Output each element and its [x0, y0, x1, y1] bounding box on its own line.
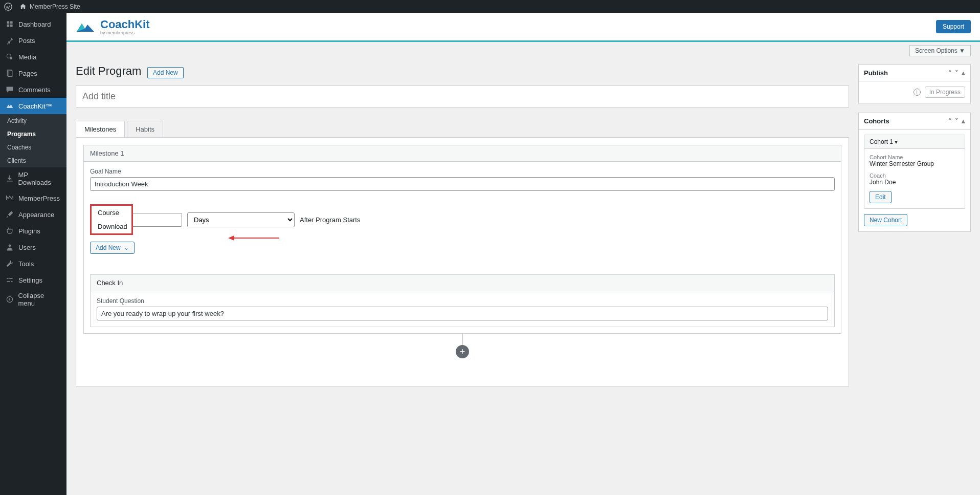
user-icon — [5, 243, 14, 252]
menu-label: Dashboard — [18, 20, 51, 28]
goal-name-label: Goal Name — [90, 168, 835, 175]
submenu-programs[interactable]: Programs — [0, 127, 66, 141]
menu-item-collapse[interactable]: Collapse menu — [0, 288, 66, 311]
comment-icon — [5, 85, 14, 94]
add-milestone-button[interactable]: + — [456, 345, 469, 358]
add-new-content-button[interactable]: Add New ⌄ — [90, 242, 135, 254]
svg-rect-3 — [8, 71, 12, 76]
chevron-down-icon[interactable]: ˅ — [955, 69, 959, 77]
menu-item-coachkit[interactable]: CoachKit™ — [0, 98, 66, 114]
milestone-heading: Milestone 1 — [84, 145, 841, 162]
download-icon — [5, 174, 14, 183]
student-question-input[interactable] — [97, 307, 828, 320]
chevron-up-icon[interactable]: ˄ — [948, 69, 952, 77]
chevron-down-icon[interactable]: ˅ — [955, 117, 959, 125]
dropdown-option-course[interactable]: Course — [92, 206, 131, 220]
submenu-coaches[interactable]: Coaches — [0, 141, 66, 154]
media-icon — [5, 52, 14, 61]
plugin-icon — [5, 226, 14, 235]
collapse-icon — [5, 295, 14, 304]
brand-name: CoachKit — [100, 18, 150, 31]
menu-label: Posts — [18, 37, 35, 45]
info-icon[interactable]: i — [914, 89, 921, 96]
menu-item-pages[interactable]: Pages — [0, 65, 66, 81]
pin-icon — [5, 36, 14, 45]
menu-label: Users — [18, 244, 36, 251]
plus-icon: + — [460, 347, 465, 357]
site-link[interactable]: MemberPress Site — [19, 3, 80, 10]
menu-label: Appearance — [18, 211, 54, 219]
tab-habits[interactable]: Habits — [127, 121, 163, 137]
screen-options-button[interactable]: Screen Options ▼ — [909, 45, 971, 56]
page-title: Edit Program — [76, 64, 141, 78]
submenu-clients[interactable]: Clients — [0, 154, 66, 167]
menu-item-comments[interactable]: Comments — [0, 81, 66, 98]
menu-item-settings[interactable]: Settings — [0, 272, 66, 288]
publish-title: Publish — [864, 69, 888, 77]
tab-milestones[interactable]: Milestones — [76, 121, 125, 137]
add-new-label: Add New — [96, 244, 121, 251]
menu-item-memberpress[interactable]: MemberPress — [0, 190, 66, 206]
menu-item-users[interactable]: Users — [0, 239, 66, 255]
after-program-text: After Program Starts — [300, 216, 360, 224]
menu-label: Settings — [18, 276, 42, 284]
menu-label: Collapse menu — [18, 292, 61, 307]
menu-label: Plugins — [18, 227, 40, 235]
checkin-box: Check In Student Question — [90, 274, 835, 327]
coachkit-submenu: Activity Programs Coaches Clients — [0, 114, 66, 167]
publish-status-badge: In Progress — [925, 87, 965, 98]
goal-name-input[interactable] — [90, 177, 835, 191]
menu-label: Pages — [18, 70, 37, 77]
wordpress-icon — [4, 3, 12, 11]
edit-cohort-button[interactable]: Edit — [870, 191, 892, 203]
menu-item-posts[interactable]: Posts — [0, 32, 66, 49]
cohort-heading-text: Cohort 1 — [870, 138, 893, 145]
cohorts-title: Cohorts — [864, 117, 889, 125]
site-name: MemberPress Site — [30, 3, 80, 10]
admin-bar: MemberPress Site — [0, 0, 980, 13]
menu-item-dashboard[interactable]: Dashboard — [0, 16, 66, 32]
cohorts-metabox: Cohorts ˄ ˅ ▴ Cohort 1 ▾ — [858, 113, 971, 232]
caret-up-icon[interactable]: ▴ — [962, 69, 965, 77]
chevron-down-icon: ⌄ — [124, 244, 129, 251]
publish-metabox: Publish ˄ ˅ ▴ i In Progress — [858, 64, 971, 103]
dropdown-option-download[interactable]: Download — [92, 220, 131, 233]
brand-bar: CoachKit by memberpress Support — [66, 13, 980, 42]
chevron-up-icon[interactable]: ˄ — [948, 117, 952, 125]
menu-item-plugins[interactable]: Plugins — [0, 223, 66, 239]
menu-item-appearance[interactable]: Appearance — [0, 206, 66, 223]
goal-due-unit-select[interactable]: Days — [187, 212, 295, 227]
student-question-label: Student Question — [97, 297, 828, 305]
add-new-program-button[interactable]: Add New — [147, 67, 184, 78]
menu-item-tools[interactable]: Tools — [0, 255, 66, 272]
svg-point-0 — [5, 3, 12, 10]
svg-point-4 — [9, 244, 11, 247]
svg-marker-11 — [228, 235, 234, 241]
support-button[interactable]: Support — [936, 20, 971, 33]
wrench-icon — [5, 259, 14, 268]
coachkit-mark-icon — [76, 20, 96, 33]
wp-logo[interactable] — [4, 3, 12, 11]
screen-options-label: Screen Options — [915, 47, 957, 54]
tabs: Milestones Habits — [76, 121, 849, 137]
menu-label: MP Downloads — [18, 171, 61, 186]
milestone-box: Milestone 1 Goal Name Goal Due Co — [83, 145, 841, 334]
new-cohort-button[interactable]: New Cohort — [864, 214, 907, 226]
add-new-dropdown-menu: Course Download — [90, 204, 133, 235]
svg-rect-5 — [7, 278, 8, 279]
svg-rect-7 — [7, 281, 10, 282]
menu-item-media[interactable]: Media — [0, 49, 66, 65]
home-icon — [19, 3, 27, 10]
program-title-input[interactable] — [76, 85, 849, 107]
settings-icon — [5, 275, 14, 285]
tab-panel-milestones: Milestone 1 Goal Name Goal Due Co — [76, 137, 849, 386]
coach-value: John Doe — [870, 179, 960, 186]
checkin-heading: Check In — [91, 275, 834, 291]
cohort-card-heading[interactable]: Cohort 1 ▾ — [864, 135, 965, 149]
menu-item-mpdownloads[interactable]: MP Downloads — [0, 167, 66, 190]
pages-icon — [5, 69, 14, 78]
caret-up-icon[interactable]: ▴ — [962, 117, 965, 125]
coach-label: Coach — [870, 173, 960, 179]
menu-label: CoachKit™ — [18, 102, 52, 110]
submenu-activity[interactable]: Activity — [0, 114, 66, 127]
